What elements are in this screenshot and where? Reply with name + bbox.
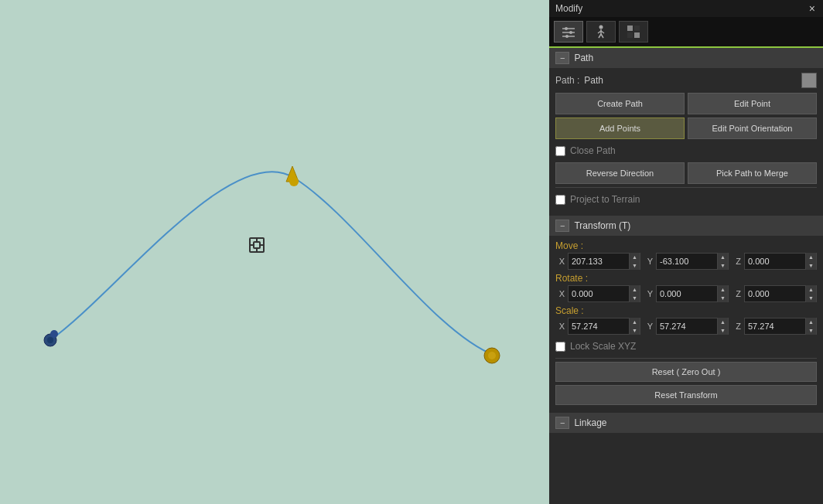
figure-icon (593, 24, 609, 39)
rotate-y-input[interactable] (657, 286, 717, 301)
move-y-down[interactable]: ▼ (717, 261, 728, 270)
rotate-x-down[interactable]: ▼ (629, 294, 640, 302)
tab-figure[interactable] (586, 21, 616, 43)
rotate-z-up[interactable]: ▲ (805, 285, 816, 294)
move-x-axis-label: X (555, 257, 565, 266)
edit-point-orientation-button[interactable]: Edit Point Orientation (688, 117, 817, 139)
scale-x-input-wrap: ▲ ▼ (568, 318, 640, 335)
lock-scale-checkbox[interactable] (555, 342, 565, 352)
rotate-x-spinners: ▲ ▼ (629, 285, 640, 302)
close-path-label: Close Path (570, 145, 616, 156)
reset-transform-button[interactable]: Reset Transform (555, 385, 817, 405)
separator-1 (555, 187, 817, 188)
lock-scale-label: Lock Scale XYZ (570, 341, 636, 352)
svg-point-1 (47, 337, 53, 343)
scale-y-axis-label: Y (644, 322, 653, 331)
btn-grid-row1: Create Path Edit Point (555, 93, 817, 114)
move-z-axis-label: Z (732, 257, 741, 266)
move-y-input[interactable] (657, 254, 717, 269)
svg-point-6 (50, 330, 58, 338)
move-y-up[interactable]: ▲ (717, 253, 728, 261)
tab-bar (549, 17, 823, 48)
transform-section-body: Move : X 207.133 ▲ ▼ Y ▲ ▼ Z (549, 236, 823, 413)
move-y-input-wrap: ▲ ▼ (656, 253, 729, 270)
move-x-down[interactable]: ▼ (629, 261, 640, 270)
tab-sliders[interactable] (554, 21, 583, 43)
rotate-x-up[interactable]: ▲ (629, 285, 640, 294)
separator-2 (555, 358, 817, 359)
rotate-y-input-wrap: ▲ ▼ (656, 285, 729, 302)
scale-x-up[interactable]: ▲ (629, 318, 640, 326)
scale-y-input-wrap: ▲ ▼ (656, 318, 729, 335)
linkage-section-title: Linkage (574, 417, 606, 428)
svg-rect-16 (565, 27, 568, 30)
close-path-row: Close Path (555, 142, 817, 159)
svg-rect-26 (634, 26, 640, 31)
project-to-terrain-label: Project to Terrain (570, 194, 640, 205)
close-button[interactable]: × (808, 2, 817, 15)
svg-rect-12 (254, 242, 260, 248)
btn-grid-row2: Add Points Edit Point Orientation (555, 117, 817, 139)
move-z-down[interactable]: ▼ (805, 261, 816, 270)
move-x-spinners: ▲ ▼ (629, 253, 640, 270)
rotate-y-down[interactable]: ▼ (717, 294, 728, 302)
checkerboard-icon (626, 24, 641, 39)
path-color-box[interactable] (801, 73, 817, 88)
edit-point-button[interactable]: Edit Point (688, 93, 817, 114)
rotate-x-input-wrap: ▲ ▼ (568, 285, 640, 302)
window-title: Modify (555, 3, 582, 14)
move-x-input[interactable]: 207.133 (569, 254, 629, 269)
rotate-y-up[interactable]: ▲ (717, 285, 728, 294)
path-collapse-button[interactable]: − (555, 52, 569, 64)
linkage-section-header: − Linkage (549, 413, 823, 433)
scale-z-input-wrap: ▲ ▼ (744, 318, 817, 335)
rotate-y-spinners: ▲ ▼ (717, 285, 728, 302)
scale-y-up[interactable]: ▲ (717, 318, 728, 326)
move-z-input[interactable] (745, 254, 805, 269)
svg-rect-27 (627, 32, 633, 38)
scale-x-down[interactable]: ▼ (629, 326, 640, 335)
svg-line-23 (599, 34, 601, 38)
linkage-collapse-button[interactable]: − (555, 417, 569, 429)
svg-rect-17 (569, 31, 572, 34)
path-label: Path : (555, 75, 579, 86)
create-path-button[interactable]: Create Path (555, 93, 685, 114)
svg-point-3 (289, 177, 299, 186)
crosshair-icon (248, 236, 266, 254)
scale-z-down[interactable]: ▼ (805, 326, 816, 335)
pick-path-to-merge-button[interactable]: Pick Path to Merge (688, 162, 817, 184)
reverse-direction-button[interactable]: Reverse Direction (555, 162, 685, 184)
move-x-up[interactable]: ▲ (629, 253, 640, 261)
scale-z-up[interactable]: ▲ (805, 318, 816, 326)
move-z-up[interactable]: ▲ (805, 253, 816, 261)
project-to-terrain-row: Project to Terrain (555, 191, 817, 208)
scale-y-input[interactable] (657, 318, 717, 334)
rotate-x-input[interactable] (569, 286, 629, 301)
svg-rect-25 (627, 26, 633, 31)
reset-zero-button[interactable]: Reset ( Zero Out ) (555, 362, 817, 382)
scale-z-axis-label: Z (732, 322, 741, 331)
sliders-icon (561, 26, 576, 38)
tab-checkerboard[interactable] (619, 21, 648, 43)
move-label: Move : (555, 240, 583, 251)
scale-x-input[interactable] (569, 318, 629, 334)
svg-rect-28 (634, 32, 640, 38)
close-path-checkbox[interactable] (555, 146, 565, 156)
rotate-y-axis-label: Y (644, 289, 653, 298)
path-section-title: Path (574, 53, 593, 63)
move-z-spinners: ▲ ▼ (805, 253, 816, 270)
canvas-viewport[interactable] (0, 0, 549, 504)
scale-row: X ▲ ▼ Y ▲ ▼ Z ▲ ▼ (555, 318, 817, 335)
svg-point-5 (488, 352, 496, 359)
scale-z-input[interactable] (745, 318, 805, 334)
transform-section-header: − Transform (T) (549, 216, 823, 236)
rotate-z-input[interactable] (745, 286, 805, 301)
svg-line-24 (601, 34, 603, 38)
rotate-z-down[interactable]: ▼ (805, 294, 816, 302)
transform-collapse-button[interactable]: − (555, 220, 569, 232)
scale-y-down[interactable]: ▼ (717, 326, 728, 335)
path-section-header: − Path (549, 48, 823, 68)
transform-section-title: Transform (T) (574, 220, 630, 231)
project-to-terrain-checkbox[interactable] (555, 195, 565, 205)
add-points-button[interactable]: Add Points (555, 117, 685, 139)
